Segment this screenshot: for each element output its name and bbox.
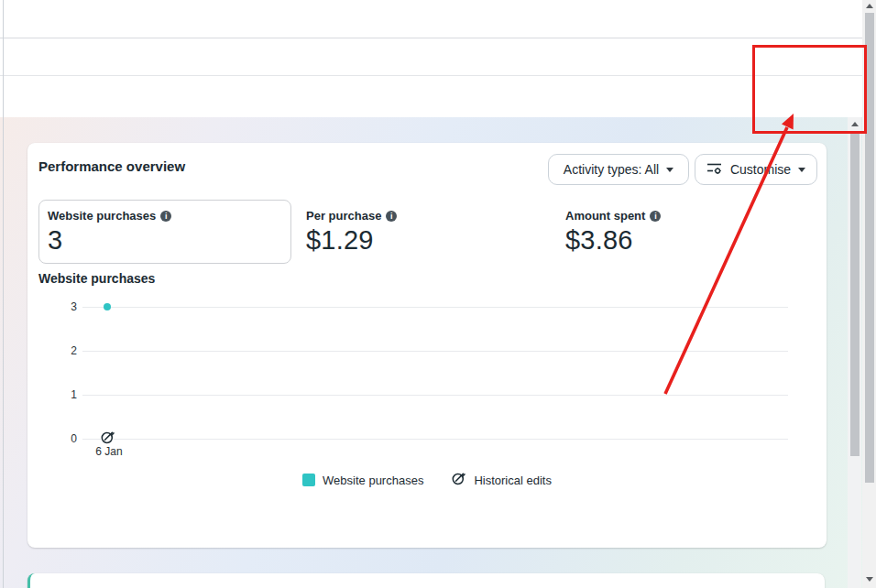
chevron-down-icon (666, 168, 673, 172)
top-header-bar (0, 0, 862, 38)
info-icon[interactable]: i (386, 211, 397, 222)
customise-label: Customise (730, 162, 791, 177)
metric-value: $1.29 (306, 225, 374, 256)
metric-label-text: Amount spent (565, 209, 645, 223)
inner-scrollbar-thumb[interactable] (850, 132, 860, 456)
y-axis-tick: 0 (53, 432, 77, 445)
info-icon[interactable]: i (160, 211, 171, 222)
y-axis-tick: 2 (53, 344, 77, 357)
metric-label: Per purchase i (306, 209, 397, 223)
info-icon[interactable]: i (650, 211, 661, 222)
outer-scrollbar-thumb[interactable] (865, 13, 874, 483)
scroll-down-arrow-icon[interactable] (866, 577, 873, 582)
metric-label: Website purchases i (48, 209, 171, 223)
legend-item-website-purchases: Website purchases (302, 474, 423, 487)
scroll-up-arrow-icon[interactable] (866, 4, 873, 8)
metric-label-text: Per purchase (306, 209, 381, 223)
legend-swatch-teal (302, 474, 315, 486)
left-panel-edge (3, 0, 4, 588)
next-section-card (27, 573, 825, 588)
metric-value: $3.86 (565, 225, 633, 256)
inner-scrollbar[interactable] (848, 117, 861, 588)
chart-title: Website purchases (38, 271, 155, 286)
customise-dropdown[interactable]: Customise (695, 154, 817, 185)
legend-item-historical-edits: Historical edits (451, 471, 552, 489)
customise-icon (706, 161, 723, 178)
historical-edit-icon (451, 471, 466, 489)
y-axis-tick: 3 (53, 300, 77, 313)
gridline (82, 439, 788, 440)
outer-scrollbar[interactable] (862, 0, 876, 588)
activity-types-label: Activity types: All (564, 162, 659, 177)
scroll-up-arrow-icon[interactable] (851, 122, 859, 126)
metric-label-text: Website purchases (48, 209, 156, 223)
legend-label: Historical edits (474, 474, 552, 487)
card-title: Performance overview (38, 158, 185, 174)
x-axis-tick: 6 Jan (88, 445, 130, 458)
tab-bar (0, 38, 862, 76)
gridline (82, 307, 788, 308)
metric-label: Amount spent i (565, 209, 661, 223)
gridline (82, 395, 788, 396)
activity-types-dropdown[interactable]: Activity types: All (548, 154, 689, 185)
metric-value: 3 (48, 225, 62, 256)
toolbar (0, 76, 862, 117)
data-point-website-purchases[interactable] (104, 303, 111, 310)
gridline (82, 351, 788, 352)
y-axis-tick: 1 (53, 388, 77, 401)
chevron-down-icon (798, 168, 805, 172)
chart-legend: Website purchases Historical edits (27, 471, 827, 489)
ads-manager-screen: 18/12/2024 Sales campaign 02 › 1 Ad set … (0, 0, 876, 588)
legend-label: Website purchases (323, 474, 423, 487)
